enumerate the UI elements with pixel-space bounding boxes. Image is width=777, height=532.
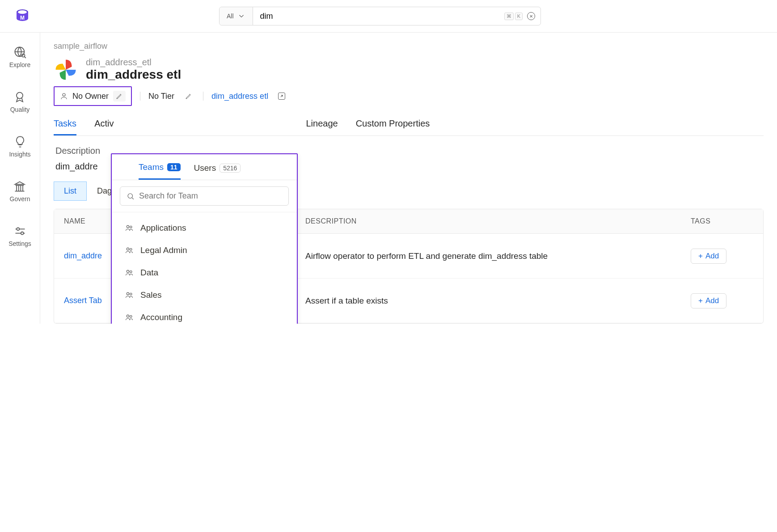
team-item-sales[interactable]: Sales [112,284,297,306]
team-icon [124,224,134,232]
popover-search [120,186,289,206]
search-scope-label: All [227,13,234,20]
popover-tab-users[interactable]: Users 5216 [194,163,241,179]
divider [140,92,140,101]
clear-search-icon[interactable] [527,12,535,20]
svg-point-12 [128,194,133,198]
add-tag-button[interactable]: + Add [691,249,726,264]
svg-point-22 [127,315,129,317]
svg-point-20 [127,292,129,295]
sliders-icon [14,225,26,237]
breadcrumb[interactable]: sample_airflow [54,42,764,51]
svg-text:M: M [20,15,25,21]
users-count-badge: 5216 [220,164,241,173]
team-item-data[interactable]: Data [112,262,297,284]
nav-quality[interactable]: Quality [10,91,30,113]
globe-search-icon [14,46,26,59]
lightbulb-icon [14,135,26,148]
nav-label: Insights [9,151,30,158]
main-content: sample_airflow dim_address_etl dim_addre… [40,33,777,324]
kbd-k: K [515,13,523,20]
nav-settings[interactable]: Settings [8,225,31,247]
plus-icon: + [698,296,703,305]
edit-tier-button[interactable] [182,91,195,101]
svg-line-13 [132,198,133,199]
entity-link[interactable]: dim_address etl [211,92,268,101]
chevron-down-icon [237,12,245,20]
search-input[interactable] [253,7,504,25]
nav-label: Settings [8,240,31,247]
team-name: Data [140,268,158,278]
add-tag-button[interactable]: + Add [691,293,726,308]
svg-point-14 [127,225,129,228]
row-description: Airflow operator to perform ETL and gene… [305,251,691,261]
svg-point-9 [17,228,19,230]
svg-point-15 [130,226,132,228]
tab-custom-properties[interactable]: Custom Properties [356,118,430,135]
page-title: dim_address etl [86,68,181,82]
teams-count-badge: 11 [167,163,181,171]
airflow-icon [54,58,78,82]
nav-explore[interactable]: Explore [9,46,30,68]
search-scope-dropdown[interactable]: All [220,7,253,25]
pencil-icon [185,93,192,100]
award-icon [13,91,26,103]
kbd-shortcut: ⌘ K [504,13,523,20]
top-header: M All ⌘ K [0,0,777,32]
svg-point-1 [18,10,27,14]
building-icon [13,180,26,193]
tab-tasks[interactable]: Tasks [54,118,76,135]
entity-titles: dim_address_etl dim_address etl [86,57,181,82]
kbd-cmd: ⌘ [504,13,514,20]
team-item-accounting[interactable]: Accounting [112,306,297,324]
tab-activity[interactable]: Activ [94,118,114,135]
meta-row: No Owner No Tier dim_address etl [54,86,764,106]
popover-tab-teams[interactable]: Teams 11 [139,162,181,180]
team-icon [124,269,134,277]
edit-owner-button[interactable] [113,91,126,101]
external-link-icon[interactable] [278,93,285,100]
layout: Explore Quality Insights Govern Settings… [0,32,777,324]
team-icon [124,246,134,254]
team-item-applications[interactable]: Applications [112,217,297,239]
team-name: Legal Admin [140,245,187,255]
team-item-legal-admin[interactable]: Legal Admin [112,239,297,262]
pencil-icon [116,93,123,100]
tab-lineage[interactable]: Lineage [306,118,338,135]
user-icon [60,92,68,100]
nav-label: Quality [10,106,30,113]
svg-point-19 [130,271,132,273]
team-name: Applications [140,223,186,233]
team-name: Accounting [140,312,182,322]
app-logo[interactable]: M [13,7,31,25]
tab-label: Teams [139,162,164,172]
svg-point-10 [21,232,23,235]
svg-point-6 [17,93,23,99]
row-description: Assert if a table exists [305,296,691,306]
svg-point-11 [63,93,65,96]
entity-subtitle: dim_address_etl [86,57,181,68]
popover-tabs: Teams 11 Users 5216 [112,154,297,180]
left-nav: Explore Quality Insights Govern Settings [0,33,40,324]
nav-label: Govern [10,195,30,203]
search-right: ⌘ K [504,12,541,20]
divider [203,92,203,101]
global-search: All ⌘ K [219,7,541,25]
nav-insights[interactable]: Insights [9,135,30,158]
main-tabs: Tasks Activ Lineage Custom Properties [54,118,764,136]
team-name: Sales [140,290,162,300]
search-icon [127,192,135,200]
popover-search-wrap [112,180,297,212]
team-list: Applications Legal Admin Data Sales Acco… [112,212,297,324]
team-search-input[interactable] [139,191,282,201]
svg-point-18 [127,270,129,272]
tier-label: No Tier [148,92,174,101]
col-tags: TAGS [691,217,753,225]
col-description: DESCRIPTION [305,217,691,225]
plus-icon: + [698,252,703,261]
svg-point-23 [130,316,132,318]
add-label: Add [705,252,719,261]
team-icon [124,291,134,299]
inner-tab-list[interactable]: List [54,182,87,201]
nav-govern[interactable]: Govern [10,180,30,203]
